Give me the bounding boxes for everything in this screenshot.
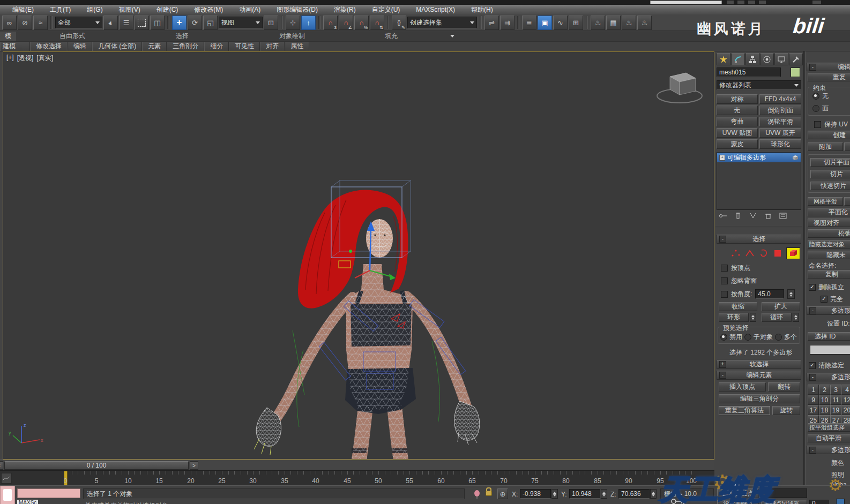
ribbon-btn-align[interactable]: 对齐 — [260, 42, 285, 51]
clear-selection-checkbox[interactable]: ✓ — [809, 362, 816, 369]
manage-layers-icon[interactable]: ≣ — [522, 16, 536, 30]
sg-button[interactable]: 1 — [808, 385, 819, 395]
selection-lock-icon[interactable] — [486, 491, 492, 496]
align-icon[interactable]: ⇉ — [500, 16, 515, 30]
angle-value-field[interactable]: 45.0 — [755, 289, 784, 299]
render-setup-icon[interactable]: ♨ — [591, 16, 605, 30]
menu-rendering[interactable]: 渲染(R) — [326, 5, 364, 14]
sg-button[interactable]: 20 — [841, 405, 850, 415]
collapse-icon[interactable]: - — [809, 374, 816, 381]
maxscript-mini-listener[interactable] — [17, 488, 80, 498]
remove-modifier-icon[interactable] — [764, 212, 772, 220]
copy-button[interactable]: 复制 — [808, 270, 850, 279]
motion-tab[interactable] — [760, 53, 774, 65]
select-by-sg-button[interactable]: 按平滑组选择 — [808, 423, 850, 432]
modifier-btn-symmetry[interactable]: 对称 — [717, 94, 758, 104]
ribbon-tab-populate[interactable]: 填充 — [348, 32, 434, 41]
retriangulate-button[interactable]: 重复三角算法 — [719, 406, 770, 415]
communicator-icon[interactable] — [474, 490, 480, 499]
window-crossing-icon[interactable]: ◫ — [150, 16, 165, 30]
y-coordinate-field[interactable]: 10.948 — [569, 489, 600, 499]
z-spinner[interactable] — [650, 489, 657, 499]
ribbon-tab-modeling[interactable]: 模 — [0, 32, 16, 41]
reference-coord-dropdown[interactable]: 视图 — [219, 17, 263, 28]
constraint-face-radio[interactable] — [812, 105, 819, 112]
turn-button[interactable]: 旋转 — [772, 406, 800, 415]
selection-filter-dropdown[interactable]: 全部 — [55, 17, 102, 28]
select-move-icon[interactable]: + — [172, 16, 187, 30]
titlebar-icon-2[interactable] — [737, 1, 744, 4]
polygon-smoothing-rollout-header[interactable]: - 多边形 — [807, 373, 850, 381]
render-production-icon[interactable]: ♨ — [622, 16, 636, 30]
preview-disable-radio[interactable] — [720, 334, 727, 341]
sg-button[interactable]: 12 — [841, 395, 850, 405]
time-slider-handle[interactable]: 0 / 100 — [4, 461, 189, 470]
y-spinner[interactable] — [601, 489, 607, 499]
select-id-button[interactable]: 选择 ID — [808, 332, 850, 341]
sg-button[interactable]: 11 — [830, 395, 841, 405]
sg-button[interactable]: 2 — [819, 385, 830, 395]
scene-explorer-icon[interactable]: ▣ — [538, 16, 552, 30]
collapse-icon[interactable]: - — [809, 447, 816, 454]
stack-item-editable-poly[interactable]: + 可编辑多边形 — [717, 153, 801, 162]
use-pivot-center-icon[interactable]: ⊡ — [264, 16, 278, 30]
sg-button[interactable]: 10 — [819, 395, 830, 405]
constraint-none-radio[interactable] — [812, 93, 819, 100]
schematic-view-icon[interactable]: ⊞ — [569, 16, 583, 30]
ignore-backfacing-checkbox[interactable] — [721, 277, 728, 284]
insert-vertex-button[interactable]: 插入顶点 — [719, 382, 766, 392]
repeat-last-button[interactable]: 重复 — [808, 73, 850, 81]
attach-button[interactable]: 附加 — [808, 142, 843, 151]
titlebar-icon-3[interactable] — [748, 1, 755, 4]
element-subobject-chip[interactable] — [786, 247, 800, 259]
unlink-icon[interactable]: ⊘ — [18, 16, 32, 30]
polygon-subobject-icon[interactable] — [772, 249, 783, 258]
ribbon-btn-subdivision[interactable]: 细分 — [204, 42, 229, 51]
modifier-list-dropdown[interactable]: 修改器列表 — [717, 80, 801, 90]
curve-editor-icon[interactable]: ∿ — [553, 16, 568, 30]
viewcube[interactable] — [654, 66, 705, 107]
select-object-icon[interactable]: ▲ — [103, 16, 118, 30]
view-align-button[interactable]: 视图对齐 — [808, 219, 850, 227]
modifier-btn-bevel-profile[interactable]: 倒角剖面 — [759, 106, 801, 115]
collapse-icon[interactable]: - — [719, 372, 726, 379]
percent-snap-icon[interactable]: ∩% — [354, 16, 369, 30]
next-frame-button[interactable]: > — [190, 461, 198, 470]
sg-button[interactable]: 19 — [830, 405, 841, 415]
by-angle-checkbox[interactable] — [721, 291, 728, 298]
perspective-viewport[interactable]: [+] [透视] [真实] — [3, 51, 714, 460]
polygon-material-rollout-header[interactable]: - 多边形 — [807, 306, 850, 315]
object-name-field[interactable]: mesh015 — [717, 67, 781, 77]
polygon-vertex-colors-rollout-header[interactable]: - 多边形 — [807, 446, 850, 454]
modifier-btn-shell[interactable]: 壳 — [717, 106, 758, 115]
sg-button[interactable]: 3 — [830, 385, 841, 395]
show-end-result-icon[interactable] — [734, 212, 742, 220]
make-unique-icon[interactable] — [749, 212, 757, 220]
menu-tools[interactable]: 工具(T) — [42, 5, 79, 14]
ribbon-collapse-icon[interactable] — [450, 35, 454, 37]
vertex-subobject-icon[interactable] — [730, 249, 741, 258]
maxscript-listener-label[interactable]: MAXSc — [17, 500, 38, 504]
titlebar-icon-4[interactable] — [759, 1, 766, 4]
attach-settings-button[interactable] — [844, 142, 850, 151]
utilities-tab[interactable] — [789, 53, 803, 65]
angle-spinner[interactable] — [787, 289, 795, 299]
menu-modifiers[interactable]: 修改器(M) — [186, 5, 231, 14]
menu-views[interactable]: 视图(V) — [111, 5, 148, 14]
modifier-stack-list[interactable]: + 可编辑多边形 — [717, 152, 801, 210]
angle-snap-icon[interactable]: ∩∠ — [339, 16, 353, 30]
x-spinner[interactable] — [551, 489, 558, 499]
menu-edit[interactable]: 编辑(E) — [4, 5, 42, 14]
object-color-swatch[interactable] — [791, 67, 800, 77]
named-selection-set-dropdown[interactable]: 创建选择集 — [407, 17, 477, 28]
select-rotate-icon[interactable]: ⟳ — [188, 16, 202, 30]
modify-tab[interactable] — [731, 53, 745, 65]
rendered-frame-window-icon[interactable]: ▦ — [606, 16, 621, 30]
x-coordinate-field[interactable]: -0.938 — [520, 489, 551, 499]
sg-button[interactable]: 4 — [841, 385, 850, 395]
expand-icon[interactable]: + — [719, 361, 726, 368]
snap-toggle-3d-icon[interactable]: ∩3 — [323, 16, 338, 30]
soft-selection-rollout-header[interactable]: + 软选择 — [717, 360, 801, 369]
edit-element-rollout-header[interactable]: - 编辑元素 — [717, 371, 801, 380]
absolute-offset-toggle-icon[interactable]: ⊕ — [497, 488, 508, 499]
